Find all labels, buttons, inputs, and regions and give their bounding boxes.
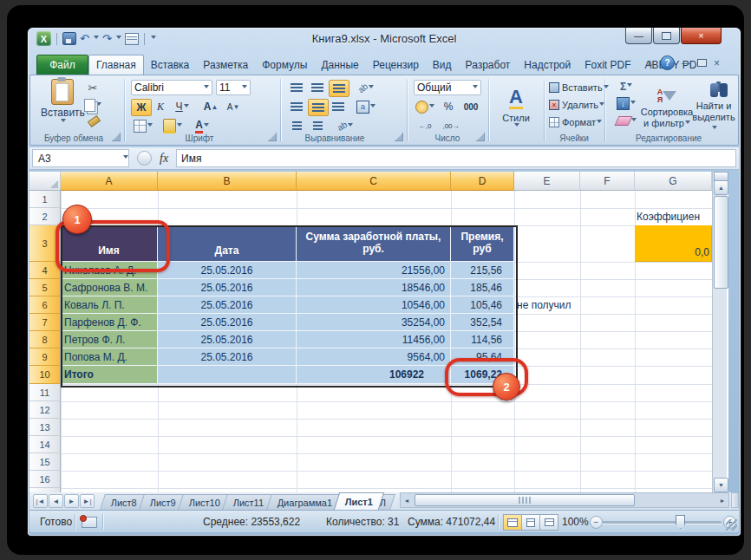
font-name-combo[interactable]: Calibri	[131, 80, 212, 95]
underline-button[interactable]: Ч	[171, 99, 193, 114]
column-header-c[interactable]: C	[297, 172, 451, 191]
prev-sheet-icon[interactable]: ◄	[49, 494, 63, 508]
formula-options-icon[interactable]	[137, 151, 152, 166]
horizontal-scroll-thumb[interactable]	[415, 494, 635, 506]
zoom-slider-track[interactable]	[602, 521, 722, 524]
italic-button[interactable]: К	[152, 99, 169, 114]
undo-dropdown-icon[interactable]	[94, 36, 99, 42]
tab-home[interactable]: Главная	[88, 55, 144, 75]
cell-g3[interactable]: 0,0	[635, 225, 712, 262]
table-cell[interactable]: 185,46	[451, 279, 514, 296]
collapse-ribbon-icon[interactable]: ∧	[647, 58, 653, 68]
customize-qat-icon[interactable]	[151, 36, 156, 42]
row-header[interactable]: 2	[29, 208, 61, 225]
row-header[interactable]: 1	[29, 191, 61, 208]
help-icon[interactable]: ?	[660, 55, 675, 70]
redo-dropdown-icon[interactable]	[116, 36, 121, 42]
shrink-font-button[interactable]: A▼	[223, 99, 244, 114]
tab-addins[interactable]: Надстрой	[517, 55, 578, 75]
quick-table-icon[interactable]	[125, 33, 139, 45]
delete-cells-button[interactable]: ×Удалить	[549, 98, 604, 112]
clipboard-dialog-launcher[interactable]	[112, 133, 121, 141]
decrease-decimal-button[interactable]: ,00→	[440, 118, 462, 133]
tab-review[interactable]: Рецензир	[366, 55, 426, 75]
table-cell[interactable]: 25.05.2016	[158, 279, 297, 296]
cell-g2[interactable]: Коэффициен	[637, 208, 723, 225]
row-header[interactable]: 16	[29, 471, 61, 488]
table-cell[interactable]: 21556,00	[297, 262, 451, 279]
wrap-text-button[interactable]: ab	[332, 118, 358, 133]
row-header[interactable]: 11	[29, 384, 61, 401]
row-header[interactable]: 5	[29, 279, 61, 296]
zoom-out-icon[interactable]: −	[590, 516, 603, 529]
row-header[interactable]: 14	[29, 436, 61, 453]
column-header-g[interactable]: G	[635, 172, 712, 191]
vertical-scrollbar[interactable]: ▲ ▼	[712, 172, 727, 492]
column-header-e[interactable]: E	[514, 172, 580, 191]
table-cell[interactable]: 105,46	[451, 296, 514, 314]
book-close-icon[interactable]: ×	[714, 57, 720, 69]
format-cells-button[interactable]: Формат	[549, 115, 602, 129]
styles-button[interactable]: А Стили	[493, 81, 539, 136]
tab-page-layout[interactable]: Разметка	[196, 55, 255, 75]
row-header[interactable]: 7	[29, 314, 61, 331]
column-header-f[interactable]: F	[580, 172, 635, 191]
cell-c10-total-sum[interactable]: 106922	[297, 366, 451, 384]
cell-a10-total-label[interactable]: Итого	[61, 366, 158, 384]
table-cell[interactable]: 18546,00	[297, 279, 451, 296]
sheet-tab[interactable]: Диаграмма1	[266, 494, 343, 510]
table-cell[interactable]: 25.05.2016	[158, 331, 297, 348]
formula-input[interactable]: Имя	[176, 149, 736, 167]
sheet-tab-active[interactable]: Лист1	[334, 492, 385, 510]
table-cell[interactable]: Попова М. Д.	[61, 348, 158, 366]
bold-button[interactable]: Ж	[131, 99, 152, 116]
minimize-button[interactable]: —	[625, 28, 652, 44]
merge-center-button[interactable]: a	[355, 99, 377, 114]
table-cell[interactable]: 25.05.2016	[158, 314, 297, 331]
table-cell[interactable]: 9564,00	[297, 348, 451, 366]
page-break-view-button[interactable]	[539, 514, 558, 531]
align-center-button[interactable]	[308, 99, 329, 116]
scroll-left-icon[interactable]: ◄	[401, 494, 413, 506]
number-format-combo[interactable]: Общий	[414, 80, 481, 95]
scroll-down-icon[interactable]: ▼	[714, 478, 728, 492]
table-cell[interactable]: Петров Ф. Л.	[61, 331, 158, 348]
align-bottom-button[interactable]	[329, 80, 349, 97]
table-cell[interactable]: 25.05.2016	[158, 262, 297, 279]
column-header-a[interactable]: A	[61, 172, 158, 191]
book-restore-icon[interactable]	[697, 59, 707, 67]
column-header-b[interactable]: B	[158, 172, 297, 191]
select-all-corner[interactable]	[29, 172, 61, 191]
zoom-level[interactable]: 100%	[562, 516, 589, 528]
font-dialog-launcher[interactable]	[268, 133, 277, 141]
tab-insert[interactable]: Вставка	[144, 55, 197, 75]
column-header-d[interactable]: D	[451, 172, 514, 191]
normal-view-button[interactable]	[503, 514, 522, 531]
save-icon[interactable]	[62, 32, 76, 45]
align-left-button[interactable]	[287, 99, 306, 114]
copy-button[interactable]	[84, 97, 101, 113]
autosum-button[interactable]: Σ	[613, 79, 639, 94]
tab-file[interactable]: Файл	[36, 55, 88, 75]
tab-foxit[interactable]: Foxit PDF	[578, 55, 637, 75]
macro-record-icon[interactable]	[82, 517, 97, 528]
table-cell[interactable]: 215,56	[451, 262, 514, 279]
decrease-indent-button[interactable]	[287, 118, 306, 133]
name-box[interactable]: A3	[32, 149, 129, 167]
grow-font-button[interactable]: A▲	[200, 99, 221, 114]
alignment-dialog-launcher[interactable]	[395, 133, 403, 141]
tab-split-handle[interactable]	[731, 492, 739, 508]
table-cell[interactable]: Парфенов Д. Ф.	[61, 314, 158, 331]
format-painter-button[interactable]	[84, 114, 101, 130]
cell-e6-note[interactable]: не получил	[517, 296, 630, 314]
tab-formulas[interactable]: Формулы	[255, 55, 314, 75]
tab-view[interactable]: Вид	[426, 55, 459, 75]
align-right-button[interactable]	[329, 99, 348, 114]
number-dialog-launcher[interactable]	[476, 133, 485, 141]
tab-developer[interactable]: Разработ	[459, 55, 518, 75]
table-cell[interactable]: Коваль Л. П.	[61, 296, 158, 314]
borders-button[interactable]	[131, 118, 155, 133]
row-header[interactable]: 6	[29, 296, 61, 314]
align-middle-button[interactable]	[308, 80, 327, 95]
find-select-button[interactable]: Найти и выделить	[691, 81, 736, 136]
